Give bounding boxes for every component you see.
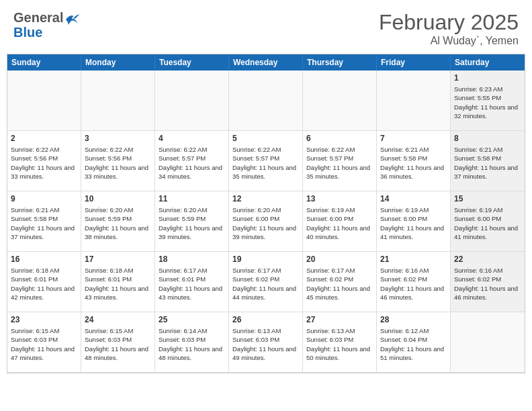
day-number: 19 <box>232 255 299 264</box>
calendar-cell <box>155 71 229 131</box>
day-number: 26 <box>232 315 299 324</box>
day-info: Sunrise: 6:22 AM Sunset: 5:56 PM Dayligh… <box>85 145 151 181</box>
calendar-cell: 8Sunrise: 6:21 AM Sunset: 5:58 PM Daylig… <box>451 131 525 191</box>
day-number: 1 <box>454 73 521 83</box>
calendar-cell: 16Sunrise: 6:18 AM Sunset: 6:01 PM Dayli… <box>7 252 81 312</box>
day-info: Sunrise: 6:17 AM Sunset: 6:02 PM Dayligh… <box>232 266 299 302</box>
day-info: Sunrise: 6:20 AM Sunset: 5:59 PM Dayligh… <box>85 205 151 241</box>
calendar-cell <box>451 312 525 373</box>
day-number: 27 <box>306 315 373 324</box>
day-info: Sunrise: 6:21 AM Sunset: 5:58 PM Dayligh… <box>380 145 447 181</box>
day-number: 15 <box>454 194 521 203</box>
day-number: 2 <box>11 134 77 143</box>
weekday-header: Friday <box>377 54 451 71</box>
day-info: Sunrise: 6:13 AM Sunset: 6:03 PM Dayligh… <box>232 326 299 362</box>
weekday-header: Monday <box>81 54 155 71</box>
day-info: Sunrise: 6:19 AM Sunset: 6:00 PM Dayligh… <box>306 205 373 241</box>
calendar-cell: 25Sunrise: 6:14 AM Sunset: 6:03 PM Dayli… <box>155 312 229 373</box>
calendar-cell: 4Sunrise: 6:22 AM Sunset: 5:57 PM Daylig… <box>155 131 229 191</box>
calendar-cell: 2Sunrise: 6:22 AM Sunset: 5:56 PM Daylig… <box>7 131 81 191</box>
day-info: Sunrise: 6:14 AM Sunset: 6:03 PM Dayligh… <box>159 326 225 362</box>
day-info: Sunrise: 6:19 AM Sunset: 6:00 PM Dayligh… <box>380 205 447 241</box>
day-info: Sunrise: 6:22 AM Sunset: 5:56 PM Dayligh… <box>11 145 77 181</box>
calendar-header: SundayMondayTuesdayWednesdayThursdayFrid… <box>7 54 525 71</box>
logo: General Blue <box>13 10 79 40</box>
day-info: Sunrise: 6:17 AM Sunset: 6:01 PM Dayligh… <box>159 266 225 302</box>
weekday-header: Sunday <box>7 54 81 71</box>
day-info: Sunrise: 6:16 AM Sunset: 6:02 PM Dayligh… <box>380 266 447 302</box>
day-info: Sunrise: 6:19 AM Sunset: 6:00 PM Dayligh… <box>454 205 521 241</box>
day-info: Sunrise: 6:16 AM Sunset: 6:02 PM Dayligh… <box>454 266 521 302</box>
calendar-cell: 12Sunrise: 6:20 AM Sunset: 6:00 PM Dayli… <box>229 191 303 252</box>
weekday-header: Saturday <box>451 54 525 71</box>
calendar-cell: 3Sunrise: 6:22 AM Sunset: 5:56 PM Daylig… <box>81 131 155 191</box>
calendar-cell: 5Sunrise: 6:22 AM Sunset: 5:57 PM Daylig… <box>229 131 303 191</box>
day-info: Sunrise: 6:20 AM Sunset: 5:59 PM Dayligh… <box>159 205 225 241</box>
day-number: 11 <box>159 194 225 203</box>
day-number: 21 <box>380 255 447 264</box>
calendar-cell: 1Sunrise: 6:23 AM Sunset: 5:55 PM Daylig… <box>451 71 525 131</box>
calendar-cell: 28Sunrise: 6:12 AM Sunset: 6:04 PM Dayli… <box>377 312 451 373</box>
weekday-header: Wednesday <box>229 54 303 71</box>
weekday-header: Tuesday <box>155 54 229 71</box>
day-info: Sunrise: 6:21 AM Sunset: 5:58 PM Dayligh… <box>454 145 521 181</box>
day-number: 25 <box>159 315 225 324</box>
day-number: 3 <box>85 134 151 143</box>
day-number: 14 <box>380 194 447 203</box>
day-number: 18 <box>159 255 225 264</box>
calendar-cell: 21Sunrise: 6:16 AM Sunset: 6:02 PM Dayli… <box>377 252 451 312</box>
day-info: Sunrise: 6:18 AM Sunset: 6:01 PM Dayligh… <box>11 266 77 302</box>
calendar-cell: 11Sunrise: 6:20 AM Sunset: 5:59 PM Dayli… <box>155 191 229 252</box>
calendar-cell: 24Sunrise: 6:15 AM Sunset: 6:03 PM Dayli… <box>81 312 155 373</box>
month-title: February 2025 <box>379 10 519 35</box>
calendar-cell <box>229 71 303 131</box>
day-info: Sunrise: 6:15 AM Sunset: 6:03 PM Dayligh… <box>85 326 151 362</box>
calendar: SundayMondayTuesdayWednesdayThursdayFrid… <box>7 54 525 373</box>
day-info: Sunrise: 6:12 AM Sunset: 6:04 PM Dayligh… <box>380 326 447 362</box>
calendar-body: 1Sunrise: 6:23 AM Sunset: 5:55 PM Daylig… <box>7 71 525 373</box>
day-number: 5 <box>232 134 299 143</box>
calendar-cell: 19Sunrise: 6:17 AM Sunset: 6:02 PM Dayli… <box>229 252 303 312</box>
day-number: 16 <box>11 255 77 264</box>
day-info: Sunrise: 6:22 AM Sunset: 5:57 PM Dayligh… <box>306 145 373 181</box>
day-number: 9 <box>11 194 77 203</box>
day-number: 7 <box>380 134 447 143</box>
day-info: Sunrise: 6:13 AM Sunset: 6:03 PM Dayligh… <box>306 326 373 362</box>
day-number: 6 <box>306 134 373 143</box>
day-number: 17 <box>85 255 151 264</box>
day-info: Sunrise: 6:22 AM Sunset: 5:57 PM Dayligh… <box>159 145 225 181</box>
calendar-cell <box>7 71 81 131</box>
calendar-cell: 26Sunrise: 6:13 AM Sunset: 6:03 PM Dayli… <box>229 312 303 373</box>
weekday-header: Thursday <box>303 54 377 71</box>
day-number: 28 <box>380 315 447 324</box>
day-info: Sunrise: 6:20 AM Sunset: 6:00 PM Dayligh… <box>232 205 299 241</box>
day-number: 20 <box>306 255 373 264</box>
day-number: 10 <box>85 194 151 203</box>
day-number: 22 <box>454 255 521 264</box>
day-info: Sunrise: 6:18 AM Sunset: 6:01 PM Dayligh… <box>85 266 151 302</box>
day-number: 8 <box>454 134 521 143</box>
calendar-cell: 27Sunrise: 6:13 AM Sunset: 6:03 PM Dayli… <box>303 312 377 373</box>
day-number: 12 <box>232 194 299 203</box>
calendar-cell <box>377 71 451 131</box>
day-info: Sunrise: 6:22 AM Sunset: 5:57 PM Dayligh… <box>232 145 299 181</box>
calendar-cell: 23Sunrise: 6:15 AM Sunset: 6:03 PM Dayli… <box>7 312 81 373</box>
calendar-cell: 18Sunrise: 6:17 AM Sunset: 6:01 PM Dayli… <box>155 252 229 312</box>
calendar-cell: 20Sunrise: 6:17 AM Sunset: 6:02 PM Dayli… <box>303 252 377 312</box>
title-area: February 2025 Al Wuday`, Yemen <box>379 10 519 47</box>
calendar-cell: 10Sunrise: 6:20 AM Sunset: 5:59 PM Dayli… <box>81 191 155 252</box>
calendar-cell <box>81 71 155 131</box>
day-number: 23 <box>11 315 77 324</box>
day-number: 13 <box>306 194 373 203</box>
day-info: Sunrise: 6:23 AM Sunset: 5:55 PM Dayligh… <box>454 85 521 120</box>
day-info: Sunrise: 6:21 AM Sunset: 5:58 PM Dayligh… <box>11 205 77 241</box>
calendar-cell: 9Sunrise: 6:21 AM Sunset: 5:58 PM Daylig… <box>7 191 81 252</box>
calendar-cell: 22Sunrise: 6:16 AM Sunset: 6:02 PM Dayli… <box>451 252 525 312</box>
day-info: Sunrise: 6:17 AM Sunset: 6:02 PM Dayligh… <box>306 266 373 302</box>
day-number: 4 <box>159 134 225 143</box>
calendar-cell: 13Sunrise: 6:19 AM Sunset: 6:00 PM Dayli… <box>303 191 377 252</box>
calendar-cell: 7Sunrise: 6:21 AM Sunset: 5:58 PM Daylig… <box>377 131 451 191</box>
calendar-cell: 14Sunrise: 6:19 AM Sunset: 6:00 PM Dayli… <box>377 191 451 252</box>
day-info: Sunrise: 6:15 AM Sunset: 6:03 PM Dayligh… <box>11 326 77 362</box>
day-number: 24 <box>85 315 151 324</box>
